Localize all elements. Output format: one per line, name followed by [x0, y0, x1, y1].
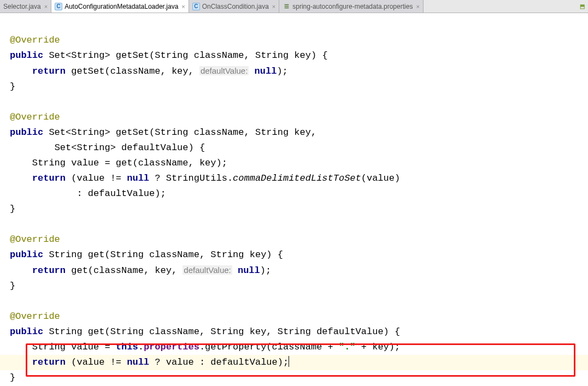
close-icon[interactable]: ×	[44, 3, 48, 10]
type: Set	[49, 127, 66, 138]
punct: )	[155, 188, 160, 199]
properties-file-icon: ☰	[283, 3, 290, 10]
ident: defaultValue	[88, 188, 155, 199]
type: Set	[55, 142, 72, 153]
punct: >	[104, 127, 110, 138]
keyword-null: null	[238, 265, 260, 276]
keyword-null: null	[255, 66, 277, 76]
punct: )	[216, 158, 222, 168]
punct: (	[361, 173, 367, 183]
param: defaultValue	[316, 326, 383, 337]
param: key	[294, 50, 311, 61]
text-caret	[289, 356, 289, 367]
punct: .	[138, 342, 144, 352]
method-name: get	[88, 250, 105, 260]
punct: {	[199, 142, 205, 153]
param: defaultValue	[121, 142, 188, 153]
punct: ,	[266, 326, 272, 337]
punct: )	[260, 265, 266, 276]
punct: (	[132, 158, 138, 168]
punct: <	[66, 50, 71, 61]
java-class-icon: C	[55, 3, 62, 10]
ident: value	[71, 342, 99, 352]
tab-spring-autoconfigure-metadata-properties[interactable]: ☰ spring-autoconfigure-metadata.properti…	[279, 0, 424, 13]
punct: ;	[283, 357, 289, 367]
punct: (	[104, 326, 110, 337]
method-call: getProperty	[205, 342, 266, 352]
punct: )	[311, 50, 316, 61]
overflow-file-icon: ⬒	[578, 3, 586, 10]
type: String	[49, 250, 82, 260]
op: ?	[155, 173, 160, 183]
punct: )	[266, 250, 272, 260]
annotation: @Override	[10, 112, 60, 122]
punct: ;	[395, 342, 400, 352]
op: !=	[110, 357, 121, 367]
punct: ,	[160, 66, 166, 76]
keyword-public: public	[10, 50, 43, 61]
keyword-public: public	[10, 250, 43, 260]
close-icon[interactable]: ×	[272, 3, 275, 10]
type: String	[278, 326, 311, 337]
punct: )	[395, 173, 400, 183]
tab-label: OnClassCondition.java	[202, 3, 269, 10]
punct: <	[71, 142, 77, 153]
code-editor[interactable]: @Override public Set<String> getSet(Stri…	[0, 13, 588, 386]
param: key	[250, 250, 267, 260]
static-method-call: commaDelimitedListToSet	[233, 173, 361, 183]
punct: .	[199, 342, 205, 352]
op: +	[361, 342, 367, 352]
punct: >	[110, 142, 116, 153]
punct: {	[395, 326, 400, 337]
ident: key	[155, 265, 172, 276]
punct: ,	[199, 326, 205, 337]
keyword-return: return	[32, 265, 66, 276]
ident: value	[77, 357, 104, 367]
tab-onclasscondition-java[interactable]: C OnClassCondition.java ×	[189, 0, 280, 13]
keyword-null: null	[127, 173, 149, 183]
punct: ,	[144, 265, 149, 276]
method-name: getSet	[116, 127, 149, 138]
type: String	[255, 50, 289, 61]
close-icon[interactable]: ×	[181, 3, 185, 10]
punct: )	[389, 342, 395, 352]
keyword-return: return	[32, 173, 66, 183]
punct: )	[278, 357, 283, 367]
param: className	[149, 250, 199, 260]
string-literal: "."	[339, 342, 356, 352]
punct: (	[88, 265, 93, 276]
type: StringUtils	[166, 173, 227, 183]
ident: value	[71, 158, 99, 168]
tab-label: spring-autoconfigure-metadata.properties	[292, 3, 413, 10]
method-call: get	[71, 265, 88, 276]
tab-selector-java[interactable]: Selector.java ×	[0, 0, 51, 13]
punct: ,	[172, 265, 177, 276]
close-icon[interactable]: ×	[416, 3, 419, 10]
tab-label: Selector.java	[3, 3, 41, 10]
type: String	[155, 50, 188, 61]
ident: className	[110, 66, 161, 76]
punct: ,	[244, 50, 250, 61]
punct: .	[227, 173, 233, 183]
ident: key	[199, 158, 216, 168]
punct: )	[384, 326, 389, 337]
method-name: get	[88, 326, 105, 337]
tab-bar-overflow: ⬒	[424, 0, 588, 13]
ident: defaultValue	[210, 357, 277, 367]
punct: ,	[189, 66, 194, 76]
op: :	[77, 188, 82, 199]
punct: ;	[160, 188, 166, 199]
param: className	[194, 50, 244, 61]
param: className	[194, 127, 244, 138]
java-class-icon: C	[192, 3, 200, 10]
tab-autoconfigurationmetadataloader-java[interactable]: C AutoConfigurationMetadataLoader.java ×	[51, 0, 189, 13]
param: key	[294, 127, 311, 138]
parameter-hint: defaultValue:	[199, 66, 249, 75]
method-name: getSet	[116, 50, 149, 61]
method-call: getSet	[71, 66, 104, 76]
type: String	[32, 342, 66, 352]
ident: className	[138, 158, 189, 168]
ident: value	[166, 357, 194, 367]
keyword-public: public	[10, 326, 43, 337]
punct: }	[10, 372, 15, 383]
